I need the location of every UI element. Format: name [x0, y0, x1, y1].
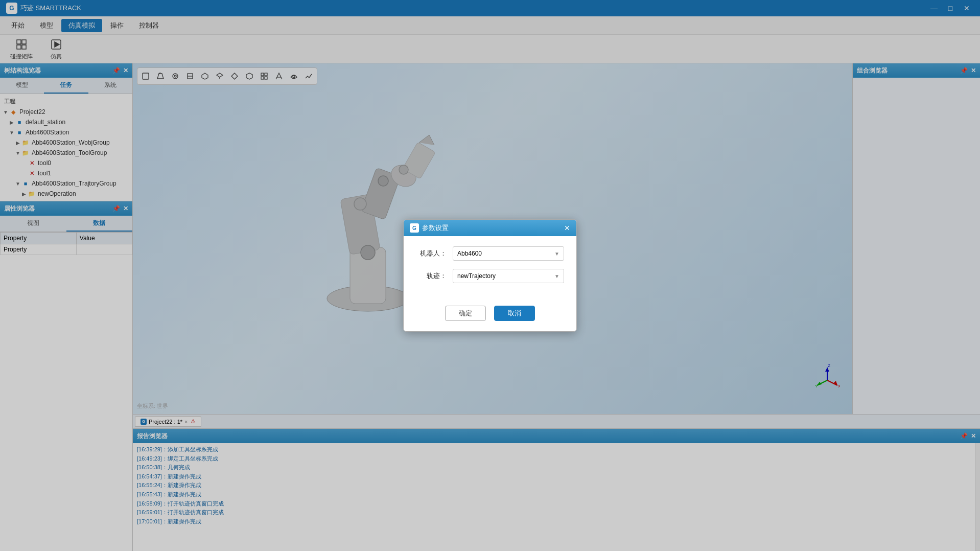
dialog-body: 机器人： Abb4600 ▼ 轨迹： newTrajectory ▼: [404, 236, 576, 302]
dlg-label-traj: 轨迹：: [416, 271, 447, 281]
dialog-overlay: G 参数设置 ✕ 机器人： Abb4600 ▼ 轨迹： newTrajector…: [0, 0, 980, 551]
dialog-title: 参数设置: [422, 223, 449, 233]
parameter-dialog: G 参数设置 ✕ 机器人： Abb4600 ▼ 轨迹： newTrajector…: [403, 219, 577, 332]
dlg-select-robot-arrow: ▼: [554, 251, 559, 257]
dlg-select-robot-value: Abb4600: [457, 250, 482, 257]
dlg-confirm-button[interactable]: 确定: [445, 306, 486, 321]
dlg-select-robot[interactable]: Abb4600 ▼: [453, 246, 564, 261]
dlg-cancel-button[interactable]: 取消: [494, 306, 535, 321]
dlg-select-traj-value: newTrajectory: [457, 272, 496, 280]
dlg-select-traj-arrow: ▼: [554, 273, 559, 279]
dialog-header: G 参数设置 ✕: [404, 220, 576, 236]
dialog-title-row: G 参数设置: [410, 223, 564, 233]
dialog-close-button[interactable]: ✕: [564, 224, 570, 232]
dialog-logo: G: [410, 223, 419, 233]
dlg-field-traj: 轨迹： newTrajectory ▼: [416, 269, 564, 283]
dlg-field-robot: 机器人： Abb4600 ▼: [416, 246, 564, 261]
dlg-label-robot: 机器人：: [416, 249, 447, 258]
dlg-select-traj[interactable]: newTrajectory ▼: [453, 269, 564, 283]
dialog-footer: 确定 取消: [404, 302, 576, 331]
